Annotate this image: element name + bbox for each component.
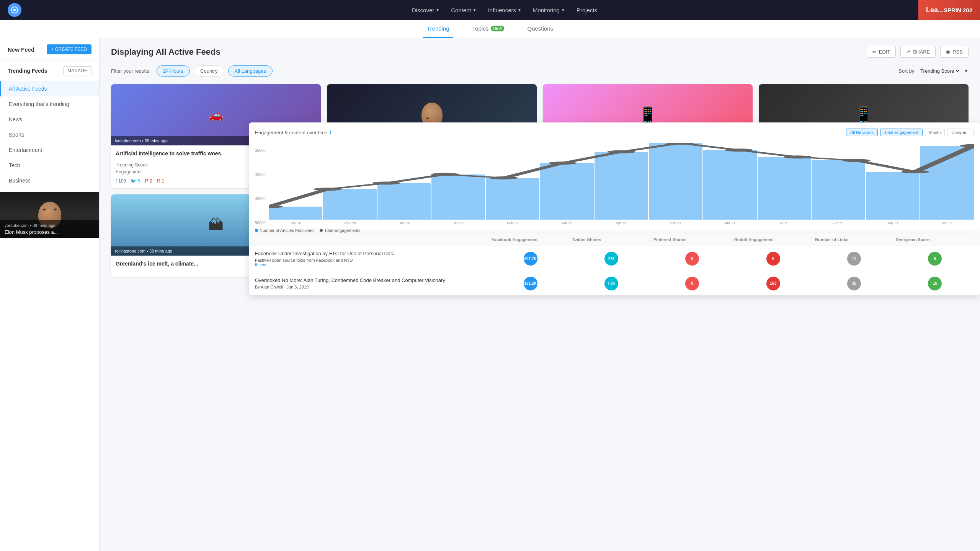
chart-header: Engagement & content over time ℹ All Net… — [255, 129, 974, 136]
fb-cell-2: 191.2K — [492, 277, 569, 290]
chart-area: 50000 45000 40000 35000 Oct '20Nov '20De… — [255, 141, 974, 225]
chart-bar-9 — [758, 157, 811, 220]
ev-cell-1: 5 — [896, 252, 974, 266]
twitter-icon: 🐦 — [131, 178, 136, 184]
chart-bar-11 — [866, 172, 920, 220]
edit-icon: ✏ — [872, 49, 877, 55]
nav-links: Discover ▼ Content ▼ Influencers ▼ Monit… — [37, 7, 972, 13]
chart-filter-engagement[interactable]: Total Engagement — [880, 129, 923, 136]
new-badge: NEW — [491, 26, 504, 31]
thumbnail-title: Elon Musk proposes a... — [5, 229, 95, 235]
links-cell-2: 35 — [815, 277, 893, 290]
thumbnail-overlay: youtube.com • 39 mins ago Elon Musk prop… — [0, 220, 99, 238]
ev-cell-2: 16 — [896, 277, 974, 290]
chart-bar-10 — [812, 160, 865, 220]
sidebar-item-all-active[interactable]: All Active Feeds — [0, 81, 99, 96]
chart-bars — [269, 143, 974, 220]
tab-trending[interactable]: Trending — [423, 20, 453, 38]
rd-cell-1: 0 — [734, 252, 812, 266]
chevron-down-icon: ▼ — [473, 8, 477, 12]
chevron-down-icon: ▼ — [964, 68, 969, 74]
sidebar-item-news[interactable]: News — [0, 112, 99, 127]
table-row[interactable]: Overlooked No More: Alan Turing, Condemn… — [249, 272, 980, 295]
share-button[interactable]: ↗ SHARE — [900, 46, 936, 58]
main-header: Displaying All Active Feeds ✏ EDIT ↗ SHA… — [111, 46, 969, 58]
manage-button[interactable]: MANAGE — [63, 66, 91, 75]
nav-content[interactable]: Content ▼ — [451, 7, 476, 13]
main-content: Displaying All Active Feeds ✏ EDIT ↗ SHA… — [100, 38, 980, 551]
chart-bar-6 — [595, 152, 648, 220]
pi-cell-1: 0 — [653, 252, 731, 266]
top-nav: Discover ▼ Content ▼ Influencers ▼ Monit… — [0, 0, 980, 20]
table-panel: Facebook Engagement Twitter Shares Pinte… — [249, 233, 980, 295]
filter-24hours[interactable]: 24 Hours — [157, 65, 190, 77]
chart-bar-8 — [703, 150, 757, 220]
reddit-icon: R — [157, 178, 160, 184]
edit-button[interactable]: ✏ EDIT — [867, 46, 896, 58]
chart-filter-compare[interactable]: Compar... — [947, 129, 974, 136]
main-actions: ✏ EDIT ↗ SHARE ◉ RSS — [867, 46, 969, 58]
new-feed-title: New Feed — [8, 46, 34, 53]
chart-filter-month[interactable]: Month — [925, 129, 945, 136]
sidebar-item-everything[interactable]: Everything that's trending — [0, 96, 99, 112]
links-cell-1: 11 — [815, 252, 893, 266]
sidebar-item-entertainment[interactable]: Entertainment — [0, 142, 99, 158]
rd-cell-2: 163 — [734, 277, 812, 290]
app-logo[interactable] — [8, 3, 21, 17]
chart-panel: Engagement & content over time ℹ All Net… — [249, 122, 980, 239]
article-1: Facebook Under Investigation by FTC for … — [255, 251, 488, 267]
create-feed-button[interactable]: + CREATE FEED — [47, 44, 91, 54]
tw-cell-1: 276 — [572, 252, 650, 266]
pinterest-icon: P — [145, 178, 148, 184]
fb-cell-1: 897.7K — [492, 252, 569, 266]
tab-questions[interactable]: Questions — [523, 20, 557, 38]
filters-bar: Filter your results: 24 Hours Country Al… — [111, 65, 969, 77]
trending-feeds-title: Trending Feeds — [8, 68, 47, 74]
page-title: Displaying All Active Feeds — [111, 47, 220, 57]
facebook-icon: f — [116, 178, 117, 184]
chart-bar-5 — [540, 163, 594, 220]
info-icon: ℹ — [330, 130, 332, 135]
sort-select[interactable]: Trending Score — [919, 68, 960, 74]
share-icon: ↗ — [906, 49, 910, 55]
chevron-down-icon: ▼ — [561, 8, 565, 12]
chart-bar-1 — [323, 189, 377, 220]
nav-projects[interactable]: Projects — [577, 7, 597, 13]
nav-discover[interactable]: Discover ▼ — [412, 7, 439, 13]
sidebar: New Feed + CREATE FEED Trending Feeds MA… — [0, 38, 100, 551]
new-feed-section: New Feed + CREATE FEED — [0, 38, 99, 61]
sidebar-video-thumbnail[interactable]: youtube.com • 39 mins ago Elon Musk prop… — [0, 192, 99, 238]
trending-feeds-section: Trending Feeds MANAGE — [0, 61, 99, 81]
rss-button[interactable]: ◉ RSS — [940, 46, 969, 58]
sidebar-item-tech[interactable]: Tech — [0, 158, 99, 173]
chart-title: Engagement & content over time ℹ — [255, 130, 332, 135]
chart-bar-2 — [377, 183, 431, 220]
sidebar-item-sports[interactable]: Sports — [0, 127, 99, 142]
table-row[interactable]: Facebook Under Investigation by FTC for … — [249, 246, 980, 272]
table-header: Facebook Engagement Twitter Shares Pinte… — [249, 233, 980, 246]
chart-bar-7 — [649, 143, 702, 220]
chart-bar-3 — [431, 174, 485, 220]
nav-influencers[interactable]: Influencers ▼ — [488, 7, 521, 13]
layout: New Feed + CREATE FEED Trending Feeds MA… — [0, 38, 980, 551]
filter-label: Filter your results: — [111, 68, 150, 74]
nav-right-badge: Lea...SPRIN 202 — [918, 0, 980, 20]
chart-bar-12 — [920, 146, 974, 220]
chevron-down-icon: ▼ — [436, 8, 439, 12]
filter-country[interactable]: Country — [194, 65, 224, 77]
sub-nav: Trending Topics NEW Questions — [0, 20, 980, 38]
thumbnail-source: youtube.com • 39 mins ago — [5, 223, 95, 228]
tab-topics[interactable]: Topics NEW — [469, 20, 508, 38]
chart-bar-0 — [269, 207, 322, 220]
tw-cell-2: 7.9K — [572, 277, 650, 290]
filter-languages[interactable]: All Languages — [228, 65, 273, 77]
chart-x-labels: Oct '20Nov '20Dec '20Jan '21Feb '21Mar '… — [269, 221, 974, 225]
pi-cell-2: 0 — [653, 277, 731, 290]
chart-filter-networks[interactable]: All Networks — [846, 129, 878, 136]
sidebar-item-business[interactable]: Business — [0, 173, 99, 188]
chart-y-labels: 50000 45000 40000 35000 — [255, 148, 266, 225]
chart-filters: All Networks Total Engagement Month Comp… — [846, 129, 974, 136]
nav-monitoring[interactable]: Monitoring ▼ — [533, 7, 565, 13]
chart-bar-4 — [486, 178, 539, 220]
chart-bars-container: Oct '20Nov '20Dec '20Jan '21Feb '21Mar '… — [269, 143, 974, 225]
